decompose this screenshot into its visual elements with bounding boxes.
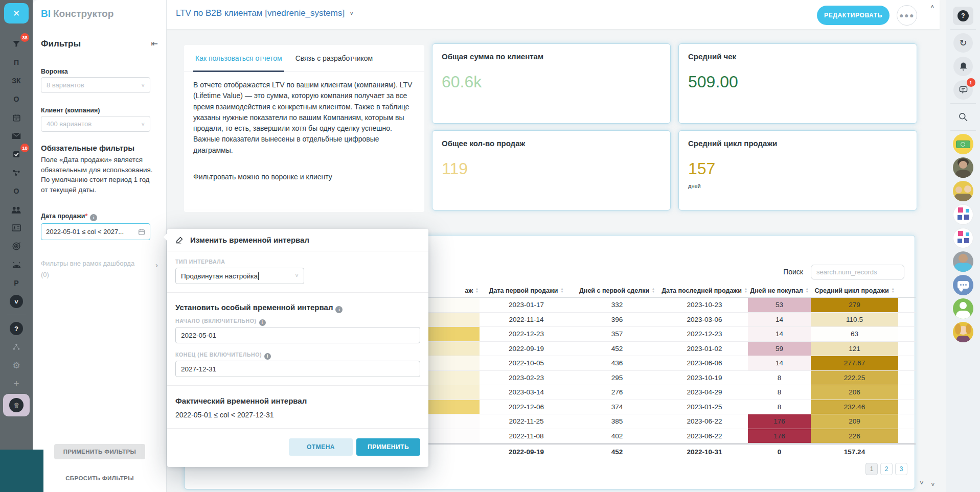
funnel-filter-select[interactable]: 8 вариантов ˅ <box>41 77 150 93</box>
cell-num-records <box>420 444 480 459</box>
card-icon[interactable] <box>0 219 33 237</box>
client-filter-label: Клиент (компания) <box>41 107 100 114</box>
rail-text-item[interactable]: ЗК <box>0 72 33 90</box>
column-header[interactable]: Средний цикл продажи▲▼ <box>811 284 898 297</box>
info-icon[interactable]: i <box>335 306 343 313</box>
avatar-woman[interactable] <box>946 156 980 179</box>
end-date-input[interactable]: 2027-12-31 <box>175 361 420 377</box>
avatar-man[interactable] <box>946 250 980 273</box>
cell-avg-cycle: 121 <box>811 342 898 356</box>
table-row[interactable]: 2022-11-253852023-06-22176209 <box>420 414 916 429</box>
sort-icon[interactable]: ▲▼ <box>806 288 809 293</box>
outside-filters-label[interactable]: Фильтры вне рамок дашборда (0) <box>41 258 142 280</box>
page-button-3[interactable]: 3 <box>895 463 907 475</box>
help-icon[interactable]: ? <box>946 4 980 28</box>
divider <box>950 29 976 30</box>
table-row[interactable]: 2022-12-063742023-01-258232.46 <box>420 400 916 415</box>
info-icon[interactable]: i <box>259 319 266 326</box>
avatar-cartoon-woman[interactable] <box>946 320 980 344</box>
sort-icon[interactable]: ▲▼ <box>744 288 747 293</box>
target-icon[interactable] <box>0 237 33 255</box>
apply-filters-button[interactable]: ПРИМЕНИТЬ ФИЛЬТРЫ <box>54 444 145 459</box>
page-button-1[interactable]: 1 <box>865 463 878 475</box>
sort-icon[interactable]: ▲▼ <box>892 288 895 293</box>
cell-days-first: 295 <box>573 371 661 385</box>
more-options-button[interactable]: ●●● <box>897 5 917 26</box>
avatar-money[interactable] <box>946 132 980 156</box>
column-header[interactable]: Дней не покупал▲▼ <box>748 284 811 297</box>
chat-icon[interactable]: 1 <box>946 78 980 102</box>
funnel-icon[interactable]: 38 <box>0 35 33 53</box>
mail-icon[interactable] <box>0 127 33 145</box>
page-button-2[interactable]: 2 <box>880 463 893 475</box>
avatar-group[interactable] <box>946 179 980 203</box>
column-header[interactable]: Дата первой продажи▲▼ <box>480 284 573 297</box>
close-icon[interactable]: ✕ <box>4 3 29 24</box>
cell-last-sale: 2022-12-23 <box>661 327 748 341</box>
start-date-input[interactable]: 2022-05-01 <box>175 327 420 343</box>
people-icon[interactable] <box>0 200 33 219</box>
client-filter-select[interactable]: 400 вариантов ˅ <box>41 116 150 132</box>
table-row[interactable]: 2022-10-054362023-06-0614277.67 <box>420 356 916 371</box>
avatar-chat-people[interactable] <box>946 273 980 297</box>
cell-avg-cycle: 226 <box>811 429 898 443</box>
rail-text-item[interactable]: P <box>0 274 33 292</box>
search-input[interactable] <box>811 265 904 279</box>
avatar-blocks[interactable] <box>946 203 980 226</box>
cancel-button[interactable]: ОТМЕНА <box>289 438 353 456</box>
pagination: 123 <box>865 463 907 475</box>
info-icon[interactable]: i <box>264 353 271 360</box>
cell-first-sale: 2022-11-08 <box>480 429 573 443</box>
rail-text-item[interactable]: П <box>0 53 33 72</box>
info-icon[interactable]: i <box>90 214 97 221</box>
column-header[interactable]: Дата последней продажи▲▼ <box>661 284 748 297</box>
table-row[interactable]: 2022-11-084022023-06-22176226 <box>420 429 916 444</box>
table-row[interactable]: 2022-12-233572022-12-231463 <box>420 327 916 342</box>
sort-icon[interactable]: ▲▼ <box>561 288 564 293</box>
dashboard-title[interactable]: LTV по B2B клиентам [vnedrenie_systems]˅ <box>176 8 353 18</box>
table-row[interactable]: 2023-03-142762023-04-298206 <box>420 385 916 400</box>
tasks-icon[interactable]: 18 <box>0 145 33 163</box>
history-icon[interactable]: ↻ <box>946 31 980 55</box>
cell-num-records <box>420 342 480 356</box>
sale-date-input[interactable]: 2022-05-01 ≤ col < 2027... <box>41 223 150 240</box>
calendar-icon[interactable] <box>0 108 33 127</box>
plus-icon[interactable]: + <box>0 374 33 393</box>
apply-button[interactable]: ПРИМЕНИТЬ <box>356 438 420 456</box>
scroll-down-icon[interactable]: ˅ <box>931 481 935 488</box>
table-row[interactable]: 2023-01-173322023-10-2353279 <box>420 298 916 313</box>
divider <box>950 130 976 131</box>
info-card: Как пользоваться отчетом Связь с разрабо… <box>184 45 424 212</box>
chevron-right-icon[interactable]: › <box>155 261 158 269</box>
table-row[interactable]: 2022-09-194522023-01-0259121 <box>420 342 916 357</box>
column-header[interactable]: Дней с первой сделки▲▼ <box>573 284 661 297</box>
edit-button[interactable]: РЕДАКТИРОВАТЬ <box>817 6 890 25</box>
table-summary-row[interactable]: 2022-09-194522022-10-310157.24 <box>420 443 916 459</box>
avatar-blocks[interactable] <box>946 226 980 250</box>
question-icon[interactable]: ? <box>0 319 33 338</box>
share-icon[interactable] <box>0 163 33 182</box>
column-header-partial[interactable]: аж▲▼ <box>420 284 480 297</box>
rail-text-item[interactable]: О <box>0 90 33 108</box>
table-row[interactable]: 2023-02-232952023-10-198222.25 <box>420 371 916 386</box>
interval-type-select[interactable]: Продвинутая настройка ˅ <box>175 268 304 284</box>
chevron-circle-icon[interactable]: ˅ <box>0 292 33 311</box>
table-row[interactable]: 2022-11-143962023-03-0614110.5 <box>420 313 916 327</box>
rail-text-item[interactable]: О <box>0 182 33 200</box>
crown-icon[interactable]: ♕ <box>3 394 30 416</box>
reset-filters-button[interactable]: СБРОСИТЬ ФИЛЬТРЫ <box>33 475 167 481</box>
android-icon[interactable] <box>0 255 33 274</box>
nodes-icon[interactable] <box>0 338 33 356</box>
search-icon[interactable] <box>946 105 980 129</box>
sort-icon[interactable]: ▲▼ <box>652 288 655 293</box>
tab-how-to-use[interactable]: Как пользоваться отчетом <box>193 45 284 72</box>
gear-icon[interactable]: ⚙ <box>0 356 33 374</box>
collapse-panel-icon[interactable]: ⇤ <box>151 39 158 49</box>
scroll-down-icon[interactable]: ˅ <box>920 479 924 487</box>
avatar-person-green[interactable] <box>946 297 980 320</box>
bell-icon[interactable] <box>946 55 980 78</box>
sort-icon[interactable]: ▲▼ <box>475 288 478 293</box>
kpi-unit: дней <box>688 183 701 189</box>
scroll-up-icon[interactable]: ˄ <box>930 3 935 11</box>
tab-contact-developer[interactable]: Связь с разработчиком <box>293 45 375 72</box>
